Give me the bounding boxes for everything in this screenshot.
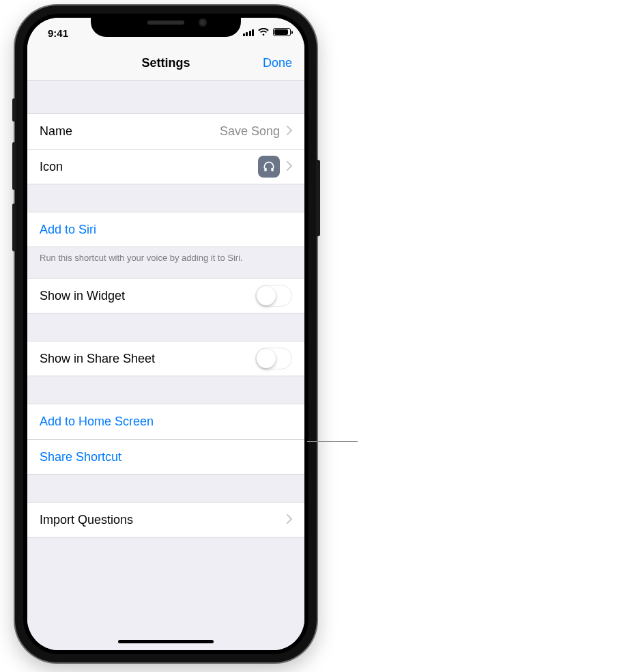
add-to-siri-label: Add to Siri	[40, 223, 292, 237]
battery-icon	[273, 28, 291, 36]
chevron-right-icon	[287, 160, 292, 174]
wifi-icon	[258, 28, 269, 36]
volume-up-button	[12, 142, 16, 190]
phone-frame: 9:41 Settings Done	[15, 5, 317, 662]
side-power-button	[316, 160, 320, 236]
cellular-signal-icon	[243, 28, 255, 36]
status-icons	[243, 28, 291, 36]
nav-bar: Settings Done	[27, 48, 304, 81]
group-spacer	[27, 475, 304, 502]
icon-label: Icon	[40, 160, 258, 174]
shortcut-icon-preview	[258, 156, 280, 178]
add-to-siri-row[interactable]: Add to Siri	[27, 212, 304, 247]
show-in-share-sheet-label: Show in Share Sheet	[40, 352, 255, 366]
headphones-icon	[262, 160, 276, 173]
status-time: 9:41	[48, 27, 68, 39]
group-spacer	[27, 376, 304, 404]
icon-row[interactable]: Icon	[27, 149, 304, 184]
front-camera	[199, 18, 207, 27]
home-indicator[interactable]	[118, 640, 214, 643]
show-in-share-sheet-toggle[interactable]	[255, 348, 292, 369]
chevron-right-icon	[287, 124, 292, 139]
siri-footer-note: Run this shortcut with your voice by add…	[27, 247, 304, 263]
group-spacer	[27, 263, 304, 278]
chevron-right-icon	[287, 513, 292, 527]
share-shortcut-row[interactable]: Share Shortcut	[27, 439, 304, 475]
svg-rect-0	[264, 168, 266, 171]
import-questions-label: Import Questions	[40, 513, 287, 527]
screen: 9:41 Settings Done	[27, 18, 304, 650]
settings-content[interactable]: Name Save Song Icon	[27, 81, 304, 650]
add-to-home-screen-label: Add to Home Screen	[40, 415, 292, 429]
name-value: Save Song	[220, 124, 280, 139]
show-in-widget-label: Show in Widget	[40, 289, 255, 303]
group-spacer	[27, 81, 304, 113]
add-to-home-screen-row[interactable]: Add to Home Screen	[27, 404, 304, 439]
notch	[91, 14, 241, 37]
show-in-widget-row[interactable]: Show in Widget	[27, 278, 304, 313]
show-in-widget-toggle[interactable]	[255, 285, 292, 307]
done-button[interactable]: Done	[263, 56, 292, 70]
group-spacer	[27, 313, 304, 341]
volume-down-button	[12, 204, 16, 251]
callout-line	[307, 441, 358, 442]
name-label: Name	[40, 124, 220, 139]
name-row[interactable]: Name Save Song	[27, 113, 304, 149]
mute-switch	[12, 98, 16, 122]
group-spacer	[27, 184, 304, 212]
phone-bezel: 9:41 Settings Done	[23, 14, 308, 654]
share-shortcut-label: Share Shortcut	[40, 450, 292, 464]
speaker-grille	[147, 20, 184, 25]
svg-rect-1	[271, 168, 273, 171]
show-in-share-sheet-row[interactable]: Show in Share Sheet	[27, 341, 304, 376]
import-questions-row[interactable]: Import Questions	[27, 502, 304, 537]
